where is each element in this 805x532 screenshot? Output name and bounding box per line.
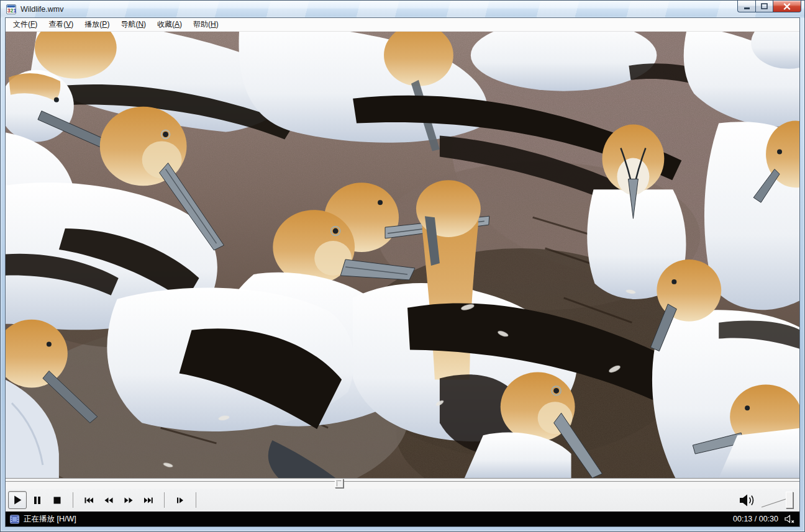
status-left: 正在播放 [H/W] [10, 514, 76, 525]
rewind-button[interactable] [99, 491, 118, 509]
film-status-icon [10, 515, 19, 524]
speaker-icon[interactable] [739, 492, 757, 508]
speaker-mute-icon [784, 515, 795, 524]
playback-status-text: 正在播放 [H/W] [24, 514, 76, 525]
seek-track[interactable] [6, 481, 799, 482]
menu-item-navigate[interactable]: 导航(N) [115, 18, 152, 32]
client-area: 文件(F) 查看(V) 播放(P) 导航(N) 收藏(A) 帮助(H) [6, 18, 799, 526]
skip-forward-icon [143, 495, 153, 505]
volume-controls [739, 491, 796, 510]
toolbar-separator [164, 492, 165, 508]
menu-item-favorites[interactable]: 收藏(A) [152, 18, 188, 32]
toolbar-separator [196, 492, 196, 508]
close-button[interactable] [773, 1, 801, 12]
menu-item-play[interactable]: 播放(P) [79, 18, 115, 32]
minimize-icon [744, 3, 750, 10]
stop-icon [52, 495, 62, 505]
titlebar[interactable]: 321 Wildlife.wmv [1, 1, 804, 18]
skip-forward-button[interactable] [139, 491, 158, 509]
menu-bar: 文件(F) 查看(V) 播放(P) 导航(N) 收藏(A) 帮助(H) [6, 18, 799, 32]
menu-item-help[interactable]: 帮助(H) [188, 18, 224, 32]
skip-back-icon [84, 495, 94, 505]
menu-item-file[interactable]: 文件(F) [7, 18, 43, 32]
status-right: 00:13 / 00:30 [733, 515, 795, 524]
mpc-window: 321 Wildlife.wmv 文件(F) 查看(V) 播放(P) 导航(N)… [0, 0, 805, 532]
frame-step-icon [175, 495, 185, 505]
fast-forward-icon [124, 495, 134, 505]
minimize-button[interactable] [737, 1, 755, 12]
gannet-scene-graphic [6, 32, 799, 478]
window-title: Wildlife.wmv [20, 5, 63, 14]
control-bar [6, 489, 799, 512]
volume-thumb[interactable] [786, 492, 793, 508]
rewind-icon [104, 495, 114, 505]
volume-slider[interactable] [761, 491, 794, 510]
close-icon [783, 3, 791, 10]
stop-button[interactable] [48, 491, 66, 509]
maximize-button[interactable] [755, 1, 773, 12]
menu-item-view[interactable]: 查看(V) [43, 18, 79, 32]
fast-forward-button[interactable] [119, 491, 138, 509]
caption-buttons [737, 1, 801, 12]
seek-bar[interactable] [6, 478, 799, 489]
svg-text:321: 321 [7, 7, 16, 14]
app-icon: 321 [6, 4, 16, 14]
maximize-icon [761, 3, 768, 9]
time-display: 00:13 / 00:30 [733, 515, 778, 523]
seek-thumb[interactable] [335, 479, 343, 488]
pause-icon [32, 495, 42, 505]
pause-button[interactable] [28, 491, 47, 509]
toolbar-separator [73, 492, 73, 508]
skip-back-button[interactable] [80, 491, 98, 509]
status-bar: 正在播放 [H/W] 00:13 / 00:30 [6, 512, 799, 526]
video-frame[interactable] [6, 32, 799, 478]
play-button[interactable] [8, 491, 27, 509]
play-icon [12, 495, 23, 505]
frame-step-button[interactable] [171, 491, 189, 509]
